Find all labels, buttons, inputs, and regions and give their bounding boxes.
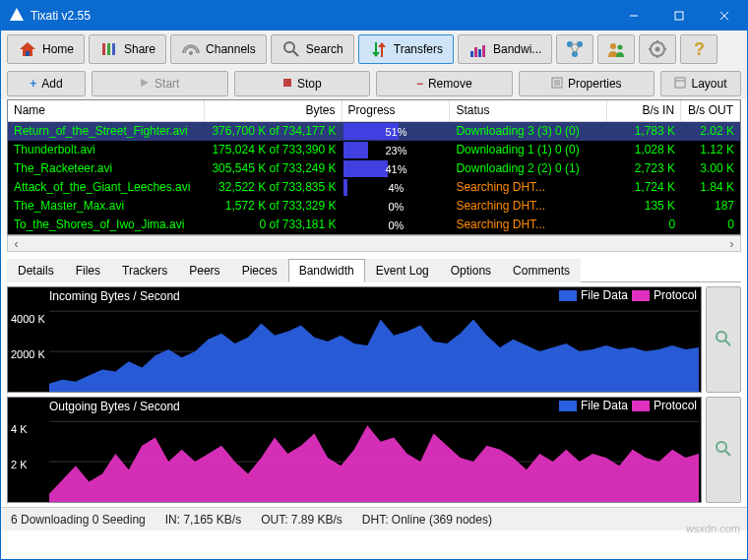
home-label: Home	[42, 42, 74, 56]
network-icon	[565, 39, 585, 59]
tab-bandwidth[interactable]: Bandwidth	[288, 259, 365, 282]
cell-in: 0	[607, 216, 681, 234]
chart-legend: File Data Protocol	[559, 399, 697, 412]
layout-icon	[674, 77, 686, 92]
cell-out: 2.02 K	[681, 122, 740, 141]
window-title: Tixati v2.55	[31, 9, 611, 23]
remove-button[interactable]: −Remove	[376, 71, 513, 96]
home-icon	[18, 39, 37, 59]
tab-peers[interactable]: Peers	[178, 259, 230, 282]
stop-icon	[282, 77, 292, 91]
svg-point-26	[655, 47, 660, 52]
detail-tabs: DetailsFilesTrackersPeersPiecesBandwidth…	[7, 258, 741, 282]
table-row[interactable]: Return_of_the_Street_Fighter.avi376,700 …	[8, 122, 740, 141]
layout-button[interactable]: Layout	[660, 71, 741, 96]
tab-event-log[interactable]: Event Log	[365, 259, 440, 282]
properties-button[interactable]: Properties	[519, 71, 655, 96]
svg-rect-2	[675, 12, 683, 20]
table-row[interactable]: Attack_of_the_Giant_Leeches.avi32,522 K …	[8, 178, 740, 197]
table-row[interactable]: The_Racketeer.avi305,545 K of 733,249 K4…	[8, 159, 740, 178]
remove-label: Remove	[428, 77, 472, 91]
share-button[interactable]: Share	[89, 34, 166, 64]
col-progress[interactable]: Progress	[343, 100, 451, 121]
status-bar: 6 Downloading 0 Seeding IN: 7,165 KB/s O…	[1, 507, 747, 530]
add-button[interactable]: +Add	[7, 71, 86, 96]
tab-trackers[interactable]: Trackers	[111, 259, 178, 282]
cell-in: 1,028 K	[607, 141, 681, 159]
layout-label: Layout	[691, 77, 726, 91]
svg-point-24	[618, 45, 623, 50]
table-row[interactable]: To_the_Shores_of_Iwo_Jima.avi0 of 733,18…	[8, 216, 740, 234]
status-in: IN: 7,165 KB/s	[165, 513, 241, 527]
svg-line-46	[725, 451, 730, 456]
scroll-right-icon[interactable]: ›	[723, 236, 740, 251]
scroll-left-icon[interactable]: ‹	[8, 236, 25, 251]
svg-rect-32	[283, 79, 291, 87]
home-button[interactable]: Home	[7, 34, 85, 64]
network-button[interactable]	[556, 34, 593, 64]
svg-rect-7	[102, 43, 105, 55]
status-downloads: 6 Downloading 0 Seeding	[11, 513, 146, 527]
transfers-icon	[369, 39, 389, 59]
transfers-button[interactable]: Transfers	[358, 34, 454, 64]
cell-status: Searching DHT...	[450, 216, 607, 234]
bandwidth-icon	[468, 39, 488, 59]
cell-in: 1,724 K	[607, 178, 681, 197]
cell-bytes: 175,024 K of 733,390 K	[205, 141, 343, 159]
cell-status: Downloading 3 (3) 0 (0)	[450, 122, 607, 141]
tab-comments[interactable]: Comments	[502, 259, 581, 282]
svg-rect-13	[470, 51, 473, 57]
channels-icon	[181, 39, 201, 59]
col-name[interactable]: Name	[8, 100, 205, 121]
cell-bytes: 32,522 K of 733,835 K	[205, 178, 343, 197]
channels-button[interactable]: Channels	[170, 34, 267, 64]
minimize-button[interactable]	[611, 1, 656, 31]
stop-button[interactable]: Stop	[234, 71, 371, 96]
cell-name: Return_of_the_Street_Fighter.avi	[8, 122, 205, 141]
status-out: OUT: 7.89 KB/s	[261, 513, 343, 527]
close-button[interactable]	[702, 1, 747, 31]
tab-files[interactable]: Files	[65, 259, 111, 282]
help-button[interactable]: ?	[680, 34, 717, 64]
svg-line-42	[725, 341, 730, 345]
bandwidth-button[interactable]: Bandwi...	[458, 34, 552, 64]
col-in[interactable]: B/s IN	[607, 100, 681, 121]
plus-icon: +	[30, 77, 36, 91]
tab-options[interactable]: Options	[440, 259, 502, 282]
cell-name: The_Master_Max.avi	[8, 197, 205, 216]
table-row[interactable]: The_Master_Max.avi1,572 K of 733,329 K0%…	[8, 197, 740, 216]
col-out[interactable]: B/s OUT	[681, 100, 740, 121]
svg-marker-31	[141, 79, 149, 87]
y-tick-2: 2 K	[11, 459, 28, 470]
channels-label: Channels	[206, 42, 256, 56]
minus-icon: −	[416, 77, 423, 91]
cell-status: Downloading 2 (2) 0 (1)	[450, 159, 607, 178]
legend-protocol-label: Protocol	[654, 399, 697, 412]
cell-in: 2,723 K	[607, 159, 681, 178]
col-status[interactable]: Status	[450, 100, 607, 121]
zoom-out-button[interactable]	[706, 397, 741, 503]
outgoing-chart: Outgoing Bytes / Second File Data Protoc…	[7, 397, 702, 503]
settings-button[interactable]	[639, 34, 676, 64]
svg-rect-37	[675, 78, 685, 88]
horizontal-scrollbar[interactable]: ‹ ›	[7, 235, 741, 252]
table-row[interactable]: Thunderbolt.avi175,024 K of 733,390 K23%…	[8, 141, 740, 159]
svg-point-10	[189, 51, 193, 55]
maximize-button[interactable]	[656, 1, 702, 31]
tab-details[interactable]: Details	[7, 259, 65, 282]
y-tick-1: 4 K	[11, 423, 28, 435]
cell-out: 3.00 K	[681, 159, 740, 178]
properties-icon	[551, 77, 563, 92]
bandwidth-label: Bandwi...	[493, 42, 541, 56]
start-button[interactable]: Start	[92, 71, 228, 96]
svg-point-41	[717, 332, 726, 342]
play-icon	[140, 77, 150, 91]
app-icon	[9, 7, 31, 26]
magnifier-icon	[715, 330, 732, 350]
peers-button[interactable]	[597, 34, 635, 64]
zoom-in-button[interactable]	[706, 286, 741, 393]
share-icon	[99, 39, 119, 59]
tab-pieces[interactable]: Pieces	[231, 259, 288, 282]
col-bytes[interactable]: Bytes	[205, 100, 343, 121]
search-button[interactable]: Search	[271, 34, 354, 64]
